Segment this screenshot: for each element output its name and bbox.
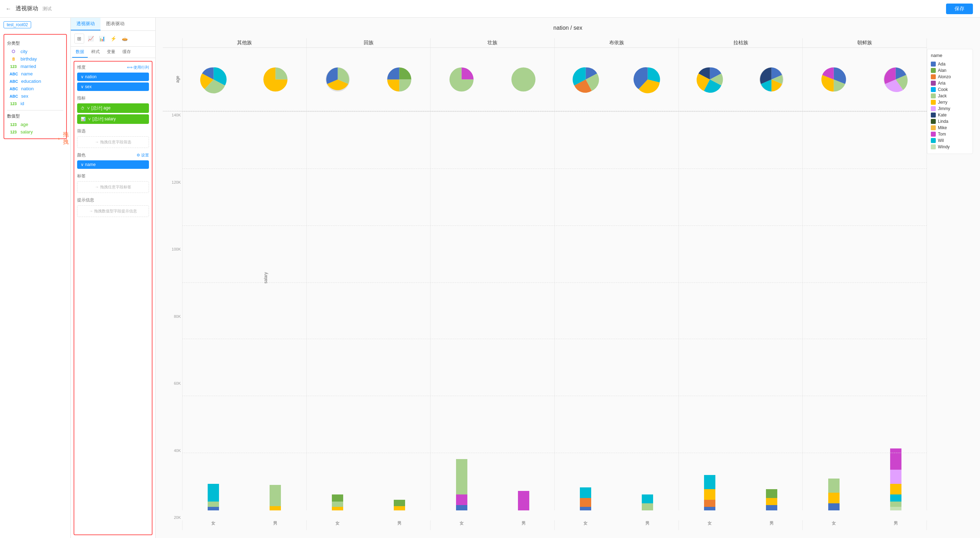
sub-tab-style[interactable]: 样式	[88, 47, 103, 58]
chart-type-bar[interactable]: 📊	[97, 33, 107, 43]
sub-tab-data[interactable]: 数据	[72, 47, 88, 58]
y-tick-40k: 40K	[174, 449, 181, 453]
pie-laku-nan	[756, 64, 786, 94]
legend-name-mike: Mike	[938, 125, 947, 130]
tag-label: 标签	[77, 173, 86, 179]
field-type-geo: ⬡	[8, 49, 18, 54]
use-row-btn[interactable]: ⟺ 使用行列	[127, 65, 149, 70]
legend-item-alan: Alan	[931, 67, 969, 73]
field-name-education: education	[21, 79, 41, 84]
legend-item-kate: Kate	[931, 112, 969, 118]
chart-type-line[interactable]: 📈	[86, 33, 95, 43]
x-label-zhuang-nv: 女	[460, 520, 464, 530]
field-item-name[interactable]: ABC name	[7, 70, 63, 78]
tag-drop-hint: → 拖拽任意字段标签	[77, 181, 149, 193]
drag-arrow-icon: →	[53, 134, 62, 143]
bar-buyi-nan-wil	[642, 495, 653, 503]
color-name-tag[interactable]: ∨ name	[77, 160, 149, 169]
field-item-city[interactable]: ⬡ city	[7, 48, 63, 55]
x-label-laku-nan: 男	[770, 520, 774, 530]
field-type-abc4: ABC	[8, 94, 19, 99]
field-name-married: married	[21, 64, 36, 69]
x-label-hui-nan: 男	[397, 520, 402, 530]
col-header-hui: 回族	[306, 38, 431, 48]
measure-age[interactable]: ⏱ ∨ [总计] age	[77, 103, 149, 113]
legend-name-linda: Linda	[938, 119, 948, 124]
pie-hui-nv	[323, 64, 353, 94]
dimension-sex[interactable]: ∨ sex	[77, 83, 149, 91]
bar-buyi-nv-alonzo	[580, 498, 591, 507]
legend-item-jerry: Jerry	[931, 99, 969, 105]
field-type-num: 123	[8, 64, 18, 69]
bar-chaoxian-nan-windy	[890, 507, 902, 510]
field-item-age[interactable]: 123 age	[7, 121, 63, 128]
chart-type-scatter[interactable]: ⚡	[108, 33, 118, 43]
bar-laku-nan-alan	[766, 489, 777, 498]
measure-age-icon: ⏱	[81, 106, 84, 110]
field-item-birthday[interactable]: 🗓 birthday	[7, 55, 63, 63]
bar-zhuang-nv-ada	[456, 505, 467, 510]
measure-salary-label: ∨ [总计] salary	[88, 116, 116, 122]
x-label-hui-nv: 女	[336, 520, 340, 530]
legend-item-jack: Jack	[931, 93, 969, 99]
measure-age-label: ∨ [总计] age	[87, 105, 110, 111]
field-name-salary: salary	[21, 129, 33, 135]
field-item-married[interactable]: 123 married	[7, 63, 63, 70]
save-button[interactable]: 保存	[946, 3, 973, 14]
legend-color-cook	[931, 87, 936, 92]
dimension-label: 维度	[77, 64, 86, 70]
legend-name-kate: Kate	[938, 113, 947, 118]
chart-type-pie[interactable]: 🥧	[119, 33, 129, 43]
field-item-id[interactable]: 123 id	[7, 100, 63, 107]
app-title: 透视驱动	[16, 5, 38, 13]
color-section: 颜色 ⚙ 设置 ∨ name	[77, 152, 149, 169]
legend-name-aria: Aria	[938, 81, 945, 86]
sub-tab-cache[interactable]: 缓存	[119, 47, 134, 58]
x-label-buyi-nv: 女	[584, 520, 588, 530]
measure-salary[interactable]: 📊 ∨ [总计] salary	[77, 114, 149, 124]
bar-laku-nv-ada	[704, 507, 715, 510]
field-type-abc: ABC	[8, 72, 19, 76]
legend-color-jerry	[931, 100, 936, 105]
dataset-label[interactable]: test_root02	[3, 21, 31, 28]
legend-item-wil: Wil	[931, 137, 969, 144]
col-header-chaoxian: 朝鲜族	[802, 38, 927, 48]
bar-zhuang-nan-tom	[518, 491, 529, 510]
col-header-qita: 其他族	[182, 38, 306, 48]
pie-chaoxian-nv	[819, 64, 849, 94]
color-label: 颜色	[77, 152, 86, 158]
measure-label: 指标	[77, 95, 86, 101]
dimension-nation[interactable]: ∨ nation	[77, 73, 149, 81]
legend-color-jack	[931, 94, 936, 99]
chart-type-table[interactable]: ⊞	[74, 33, 84, 43]
tooltip-drop-hint: → 拖拽数值型字段提示信息	[77, 205, 149, 217]
tab-chart-drive[interactable]: 图表驱动	[100, 18, 130, 30]
back-button[interactable]: ←	[6, 6, 11, 12]
sub-tab-variable[interactable]: 变量	[103, 47, 119, 58]
color-setting-btn[interactable]: ⚙ 设置	[137, 153, 149, 158]
header: ← 透视驱动 测试 保存	[0, 0, 980, 18]
filter-drop-hint: → 拖拽任意字段筛选	[77, 136, 149, 148]
pie-chaoxian-nan	[881, 64, 911, 94]
bar-laku-nv-wil	[704, 475, 715, 489]
bar-zhuang-nv-jack	[456, 459, 467, 495]
x-label-qita-nan: 男	[273, 520, 277, 530]
legend-color-tom	[931, 132, 936, 137]
legend-name-jerry: Jerry	[938, 100, 947, 105]
col-header-buyi: 布依族	[554, 38, 679, 48]
field-item-education[interactable]: ABC education	[7, 78, 63, 85]
field-item-nation[interactable]: ABC nation	[7, 85, 63, 92]
bar-chaoxian-nan-jerry	[890, 484, 902, 495]
legend-color-alan	[931, 68, 936, 73]
measure-salary-icon: 📊	[81, 117, 86, 121]
filter-section: 筛选 → 拖拽任意字段筛选	[77, 128, 149, 148]
tab-pivot-drive[interactable]: 透视驱动	[71, 18, 100, 30]
field-item-sex[interactable]: ABC sex	[7, 92, 63, 100]
legend-color-jimmy	[931, 106, 936, 111]
field-type-num2: 123	[8, 101, 18, 106]
bar-hui-nv-jerry	[332, 507, 343, 510]
legend-item-jimmy: Jimmy	[931, 105, 969, 112]
legend-item-ada: Ada	[931, 61, 969, 67]
legend-color-windy	[931, 145, 936, 150]
color-name-label: ∨ name	[81, 162, 95, 167]
